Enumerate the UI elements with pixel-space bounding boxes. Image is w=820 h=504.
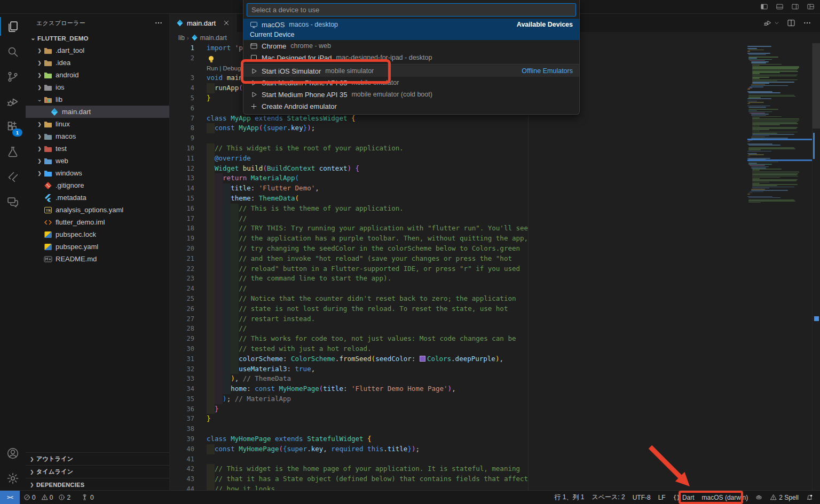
device-item-chrome[interactable]: Chromechrome - web	[243, 40, 579, 52]
tree-item-pubspec-yaml[interactable]: pubspec.yaml	[26, 241, 169, 253]
tree-item-analysis-options-yaml[interactable]: analysis_options.yaml	[26, 204, 169, 216]
line-number: 1	[170, 43, 194, 53]
indent-guide	[223, 204, 231, 214]
tree-item-label: windows	[56, 169, 82, 177]
tree-item--dart-tool[interactable]: ❯.dart_tool	[26, 44, 169, 57]
indent-guide	[215, 304, 223, 314]
device-label: Start Medium Phone API 35	[262, 79, 347, 87]
lightbulb-icon[interactable]	[209, 56, 214, 61]
broadcast-indicator[interactable]: 0	[77, 491, 98, 504]
tab-main-dart[interactable]: main.dart	[170, 14, 236, 32]
tree-item-readme-md[interactable]: README.md	[26, 253, 169, 265]
code-line-23: 23// the command line to start the app).	[170, 274, 820, 284]
sidebar-section-2[interactable]: ❯DEPENDENCIES	[26, 478, 169, 491]
pub-icon	[44, 230, 52, 238]
status-indentation[interactable]: スペース: 2	[588, 491, 628, 504]
chevron-down-icon: ⌄	[29, 35, 37, 42]
activity-item-extensions[interactable]: 1	[0, 114, 26, 139]
status-spell[interactable]: 2 Spell	[766, 491, 802, 504]
status-copilot[interactable]	[752, 491, 766, 504]
overview-ruler[interactable]	[812, 43, 820, 491]
device-item-create-android-emulator[interactable]: Create Android emulator	[243, 100, 579, 112]
activity-item-settings[interactable]	[0, 466, 26, 491]
chevron-right-icon: ❯	[35, 48, 44, 53]
tree-project-root[interactable]: ⌄FLUTTER_DEMO	[26, 32, 169, 44]
tree-item-pubspec-lock[interactable]: pubspec.lock	[26, 228, 169, 241]
tree-item-flutter-demo-iml[interactable]: flutter_demo.iml	[26, 216, 169, 228]
status-encoding[interactable]: UTF-8	[629, 491, 655, 504]
tree-item--gitignore[interactable]: .gitignore	[26, 179, 169, 191]
activity-bar: 1	[0, 14, 26, 491]
activity-item-chat[interactable]	[0, 189, 26, 214]
tree-item-main-dart[interactable]: main.dart	[26, 106, 169, 118]
ellipsis-icon[interactable]	[803, 19, 811, 27]
device-item-start-medium-phone-api-35[interactable]: Start Medium Phone API 35mobile emulator…	[243, 89, 579, 100]
remote-indicator[interactable]: ><	[0, 491, 20, 504]
problems-indicator[interactable]: 002	[20, 491, 77, 504]
tree-item-windows[interactable]: ❯windows	[26, 167, 169, 179]
device-item-mac-designed-for-ipad[interactable]: Mac Designed for iPadmac-designed-for-ip…	[243, 52, 579, 63]
folder-icon	[44, 132, 52, 140]
files-icon	[6, 20, 19, 33]
code-line-32: 32useMaterial3: true,	[170, 364, 820, 374]
chevron-right-icon: ❯	[35, 73, 44, 78]
indent-guide	[215, 364, 223, 374]
tree-item-test[interactable]: ❯test	[26, 142, 169, 155]
circle-slash-icon	[23, 494, 30, 501]
chevron-right-icon: ›	[187, 35, 189, 41]
code-line-24: 24//	[170, 284, 820, 294]
device-item-macos[interactable]: macOSmacos - desktopAvailable Devices	[243, 19, 579, 30]
code-line-37: 37}	[170, 414, 820, 424]
indent-guide	[223, 254, 231, 264]
indent-guide	[207, 164, 215, 174]
activity-item-flutter[interactable]	[0, 164, 26, 189]
run-bug-icon[interactable]	[763, 19, 772, 27]
minimap[interactable]	[747, 46, 813, 491]
device-item-start-ios-simulator[interactable]: Start iOS Simulatormobile simulatorOffli…	[243, 65, 579, 77]
gear-icon	[6, 472, 19, 485]
tree-item--idea[interactable]: ❯.idea	[26, 57, 169, 69]
status-cursor-position[interactable]: 行 1、列 1	[550, 491, 588, 504]
code-line-22: 22// reload" button in a Flutter-support…	[170, 264, 820, 274]
sidebar-section-0[interactable]: ❯アウトライン	[26, 452, 169, 465]
panel-left-icon[interactable]	[760, 3, 768, 11]
device-search-input[interactable]	[247, 3, 576, 17]
tree-item-macos[interactable]: ❯macos	[26, 130, 169, 142]
split-icon[interactable]	[787, 19, 795, 27]
panel-bottom-icon[interactable]	[776, 3, 784, 11]
tree-item-android[interactable]: ❯android	[26, 69, 169, 81]
extensions-badge: 1	[12, 129, 22, 137]
tree-item-linux[interactable]: ❯linux	[26, 118, 169, 130]
device-description: mac-designed-for-ipad - desktop	[336, 54, 432, 61]
panel-right-icon[interactable]	[791, 3, 799, 11]
activity-item-search[interactable]	[0, 39, 26, 64]
activity-item-accounts[interactable]	[0, 441, 26, 466]
chevron-right-icon: ❯	[28, 457, 36, 462]
tree-item--metadata[interactable]: .metadata	[26, 191, 169, 204]
tree-item-lib[interactable]: ⌄lib	[26, 93, 169, 106]
code-line-30: 30// tested with just a hot reload.	[170, 344, 820, 354]
status-eol[interactable]: LF	[655, 491, 669, 504]
device-item-start-medium-phone-api-35[interactable]: Start Medium Phone API 35mobile emulator	[243, 77, 579, 89]
activity-item-explorer[interactable]	[0, 14, 26, 39]
tree-item-ios[interactable]: ❯ios	[26, 81, 169, 93]
tree-item-web[interactable]: ❯web	[26, 155, 169, 167]
more-actions-icon[interactable]	[154, 19, 163, 27]
layout-icon[interactable]	[807, 3, 815, 11]
status-flutter-device[interactable]: macOS (darwin)	[698, 491, 752, 504]
code-line-18: 18// TRY THIS: Try running your applicat…	[170, 223, 820, 234]
activity-item-run-debug[interactable]	[0, 89, 26, 114]
scrollbar-thumb[interactable]	[813, 43, 820, 129]
status-notifications[interactable]	[802, 491, 817, 504]
activity-item-testing[interactable]	[0, 139, 26, 164]
sidebar-section-1[interactable]: ❯タイムライン	[26, 465, 169, 478]
activity-item-source-control[interactable]	[0, 64, 26, 89]
status-language-mode[interactable]: {}Dart	[669, 491, 698, 504]
indent-guide	[231, 254, 239, 264]
chevron-down-icon[interactable]	[774, 20, 779, 26]
folder-icon	[44, 71, 52, 79]
breadcrumb-file[interactable]: main.dart	[200, 34, 227, 42]
code-line-9: 9	[170, 133, 820, 143]
breadcrumb-dir[interactable]: lib	[178, 34, 185, 42]
close-icon[interactable]	[222, 19, 231, 27]
